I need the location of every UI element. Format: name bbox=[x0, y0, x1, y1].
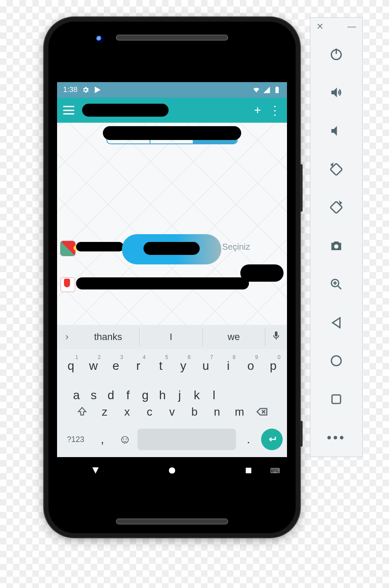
device-icon bbox=[61, 241, 75, 256]
suggestion-2[interactable]: I bbox=[140, 328, 202, 346]
emulator-more-button[interactable]: ••• bbox=[310, 418, 362, 457]
svg-rect-8 bbox=[332, 395, 341, 404]
battery-icon bbox=[273, 86, 281, 94]
backspace-key[interactable] bbox=[252, 399, 272, 424]
system-nav-bar: ⌨ bbox=[57, 457, 287, 484]
key-o[interactable]: o9 bbox=[241, 353, 261, 378]
play-store-icon bbox=[94, 86, 102, 94]
emulator-volume-down-button[interactable] bbox=[310, 111, 362, 150]
svg-rect-1 bbox=[246, 468, 252, 474]
row2-text-redacted bbox=[76, 277, 249, 289]
menu-button[interactable] bbox=[63, 106, 74, 114]
status-time: 1:38 bbox=[63, 86, 77, 94]
nav-home-icon[interactable] bbox=[167, 466, 177, 475]
key-n[interactable]: n bbox=[207, 399, 227, 424]
emulator-home-button[interactable] bbox=[310, 342, 362, 380]
emoji-key[interactable]: ☺ bbox=[115, 429, 135, 450]
emulator-back-button[interactable] bbox=[310, 303, 362, 342]
svg-point-5 bbox=[334, 244, 338, 248]
emulator-zoom-button[interactable] bbox=[310, 265, 362, 303]
key-p[interactable]: p0 bbox=[263, 353, 283, 378]
emulator-rotate-left-button[interactable] bbox=[310, 150, 362, 188]
app-bar: + ⋮ bbox=[57, 98, 287, 123]
key-t[interactable]: t5 bbox=[151, 353, 171, 378]
nav-back-icon[interactable] bbox=[91, 466, 100, 475]
gear-icon bbox=[82, 86, 89, 94]
location-pin-icon bbox=[61, 277, 75, 292]
suggestion-3[interactable]: we bbox=[203, 328, 265, 346]
key-q[interactable]: q1 bbox=[61, 353, 81, 378]
enter-key[interactable] bbox=[261, 429, 283, 450]
wifi-icon bbox=[252, 86, 260, 94]
emulator-overview-button[interactable] bbox=[310, 380, 362, 419]
key-i[interactable]: i8 bbox=[218, 353, 238, 378]
key-b[interactable]: b bbox=[185, 399, 204, 424]
add-button[interactable]: + bbox=[254, 103, 261, 117]
segments-redacted bbox=[103, 126, 241, 140]
key-w[interactable]: w2 bbox=[83, 353, 103, 378]
space-key[interactable] bbox=[137, 429, 236, 450]
signal-icon bbox=[263, 86, 271, 94]
pill-text-redacted bbox=[143, 242, 200, 255]
phone-frame: 1:38 + ⋮ bbox=[44, 17, 300, 537]
app-title-redacted bbox=[82, 104, 169, 117]
mic-icon[interactable] bbox=[265, 331, 287, 343]
key-v[interactable]: v bbox=[162, 399, 182, 424]
screen: 1:38 + ⋮ bbox=[57, 82, 287, 490]
key-r[interactable]: r4 bbox=[128, 353, 148, 378]
keyboard-toggle-icon[interactable]: ⌨ bbox=[270, 467, 280, 475]
keyboard-suggestions: › thanks I we bbox=[57, 325, 287, 349]
emulator-screenshot-button[interactable] bbox=[310, 227, 362, 265]
key-u[interactable]: u7 bbox=[196, 353, 216, 378]
speaker-bottom bbox=[116, 518, 228, 524]
shift-key[interactable] bbox=[72, 399, 92, 424]
key-y[interactable]: y6 bbox=[173, 353, 193, 378]
emulator-side-panel: ✕ — ••• bbox=[310, 17, 363, 457]
key-c[interactable]: c bbox=[140, 399, 159, 424]
speaker-top bbox=[116, 35, 228, 41]
emulator-power-button[interactable] bbox=[310, 35, 362, 73]
suggestion-1[interactable]: thanks bbox=[77, 328, 140, 346]
svg-point-0 bbox=[169, 467, 175, 474]
key-m[interactable]: m bbox=[230, 399, 249, 424]
comma-key[interactable]: , bbox=[92, 429, 112, 450]
nav-recent-icon[interactable] bbox=[244, 466, 253, 475]
select-placeholder: Seçiniz bbox=[222, 242, 250, 252]
emulator-rotate-right-button[interactable] bbox=[310, 188, 362, 227]
status-bar: 1:38 bbox=[57, 82, 287, 98]
key-z[interactable]: z bbox=[95, 399, 115, 424]
svg-point-7 bbox=[332, 356, 341, 366]
volume-button[interactable] bbox=[300, 164, 303, 212]
overflow-menu-button[interactable]: ⋮ bbox=[269, 103, 281, 118]
emulator-volume-up-button[interactable] bbox=[310, 73, 362, 112]
period-key[interactable]: . bbox=[239, 429, 258, 450]
content-area: Guncelle Seçiniz bbox=[57, 123, 287, 325]
camera-dot bbox=[96, 35, 104, 43]
key-x[interactable]: x bbox=[117, 399, 137, 424]
panel-close-button[interactable]: ✕ bbox=[316, 21, 324, 32]
soft-keyboard: q1w2e3r4t5y6u7i8o9p0 asdfghjkl zxcvbnm ?… bbox=[57, 349, 287, 457]
row1-text-redacted bbox=[76, 242, 124, 251]
symbols-key[interactable]: ?123 bbox=[61, 429, 90, 450]
panel-minimize-button[interactable]: — bbox=[348, 22, 356, 32]
key-e[interactable]: e3 bbox=[106, 353, 126, 378]
expand-suggestions-button[interactable]: › bbox=[57, 325, 77, 349]
power-button[interactable] bbox=[300, 421, 303, 447]
